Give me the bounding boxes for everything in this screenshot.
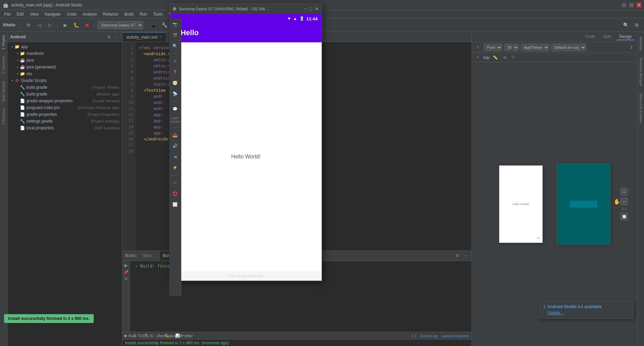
menu-code[interactable]: Code <box>64 11 79 17</box>
toolbar-forward-btn[interactable]: ▷ <box>45 20 55 30</box>
menu-file[interactable]: File <box>1 11 13 17</box>
toolbar-sdk-btn[interactable]: 🔧 <box>160 20 169 30</box>
design-guides-btn[interactable]: ⊕ <box>501 55 509 61</box>
right-tab-code[interactable]: Code <box>583 34 598 40</box>
tree-item-gradle-props[interactable]: 📄 gradle.properties (Project Properties) <box>7 111 122 118</box>
menu-tools[interactable]: Tools <box>151 11 165 17</box>
dev-tool-home[interactable]: ⭕ <box>170 189 180 198</box>
device-minimize-btn[interactable]: − <box>304 6 306 12</box>
dev-tool-square[interactable]: ⬜ <box>170 200 180 209</box>
far-right-tab-resource-manager[interactable]: Resource Manager <box>638 54 644 90</box>
theme-select[interactable]: AppTheme <box>521 44 549 51</box>
toolbar-settings-btn[interactable]: ⚙ <box>632 20 641 30</box>
dev-tool-rotate[interactable]: ⟳ <box>170 57 180 66</box>
design-info-btn[interactable]: ℹ <box>629 44 635 50</box>
tree-item-java[interactable]: ▾ ☕ java <box>7 57 122 64</box>
build-close-btn[interactable]: − <box>462 252 469 259</box>
zoom-fit-btn[interactable]: ⬜ <box>620 213 628 220</box>
tree-item-gradle-wrapper[interactable]: 📄 gradle-wrapper.properties (Gradle Vers… <box>7 98 122 104</box>
build-settings-btn[interactable]: ⚙ <box>454 252 461 259</box>
menu-run[interactable]: Run <box>137 11 150 17</box>
tree-item-gradle-scripts[interactable]: ▾ ⚙ Gradle Scripts <box>7 77 122 84</box>
tree-item-proguard[interactable]: 📄 proguard-rules.pro (ProGuard Rules for… <box>7 104 122 111</box>
dev-tool-screenshot[interactable]: 📷 <box>170 20 180 29</box>
far-left-tab-project[interactable]: 1: Project <box>1 32 6 53</box>
dev-tool-message[interactable]: 💬 <box>170 104 180 114</box>
event-log-btn[interactable]: Event Log <box>420 334 437 338</box>
build-tab-sync[interactable]: Sync ✕ <box>139 251 160 260</box>
menu-analyze[interactable]: Analyze <box>80 11 100 17</box>
right-tab-design[interactable]: Design <box>617 34 635 40</box>
right-tab-split[interactable]: Split <box>600 34 614 40</box>
dev-tool-cellular[interactable]: 📡 <box>170 89 180 99</box>
close-button[interactable]: ✕ <box>637 3 641 7</box>
menu-edit[interactable]: Edit <box>14 11 26 17</box>
device-selector[interactable]: Samsung Galaxy S7 <box>97 21 143 29</box>
tree-item-app[interactable]: ▾ 📁 app <box>7 43 122 50</box>
menu-view[interactable]: View <box>27 11 41 17</box>
bottom-todo-tab[interactable]: ☰TODO <box>136 332 145 339</box>
device-design-select[interactable]: Pixel <box>484 44 502 51</box>
tree-item-java-generated[interactable]: ▸ ☕ java (generated) <box>7 64 122 70</box>
dev-tool-nav-back[interactable]: ↩ <box>170 178 180 188</box>
locale-select[interactable]: Default (en-us) <box>551 44 586 51</box>
tree-item-build-gradle-project[interactable]: 🔧 build.gradle (Project: XHello) <box>7 84 122 91</box>
far-left-tab-build-variants[interactable]: Build Variants <box>1 78 6 105</box>
design-measure-btn[interactable]: 📏 <box>491 55 500 61</box>
menu-refactor[interactable]: Refactor <box>100 11 121 17</box>
layout-inspector-btn[interactable]: Layout Inspector <box>441 334 469 338</box>
device-maximize-btn[interactable]: □ <box>309 6 312 12</box>
tree-item-local-props[interactable]: 📄 local.properties (SDK Location) <box>7 125 122 131</box>
dev-tool-share[interactable]: 📤 <box>170 130 180 140</box>
menu-navigate[interactable]: Navigate <box>42 11 63 17</box>
far-right-tab-device-file-explorer[interactable]: Device File Explorer <box>638 90 644 127</box>
design-cursor-btn[interactable]: ↖ <box>475 44 482 50</box>
dev-tool-screen-record[interactable]: 🎬 <box>170 30 180 40</box>
device-hello-world: Hello World! <box>231 154 261 160</box>
toolbar-refresh-btn[interactable]: ⟳ <box>24 20 33 30</box>
toolbar-debug-btn[interactable]: 🐛 <box>71 20 81 30</box>
dev-tool-zoom[interactable]: 🔍 <box>170 41 180 51</box>
dev-tool-power[interactable]: ⚡ <box>170 163 180 172</box>
far-left-tab-favorites[interactable]: 2: Favorites <box>1 53 6 77</box>
toolbar-back-btn[interactable]: ◁ <box>34 20 44 30</box>
notification-title: Android Studio 4.1 available <box>547 304 602 309</box>
build-eye-btn[interactable]: 👁 <box>123 276 129 282</box>
panel-gear-btn[interactable]: ⚙ <box>106 34 112 40</box>
dev-tool-gps[interactable]: 📍 <box>170 67 180 77</box>
far-right-tab-attributes[interactable]: Attributes <box>638 33 644 54</box>
device-close-btn[interactable]: ✕ <box>315 6 319 12</box>
menu-build[interactable]: Build <box>122 11 136 17</box>
dev-tool-back[interactable]: ◀ <box>170 152 180 161</box>
design-cursor-tool[interactable]: ↖ <box>475 55 482 61</box>
build-pin-btn[interactable]: 📌 <box>123 269 129 275</box>
build-run-btn[interactable]: ▶ <box>123 262 129 268</box>
tree-item-settings-gradle[interactable]: 🔧 settings.gradle (Project Settings) <box>7 118 122 125</box>
tree-item-manifests[interactable]: ▾ 📁 manifests <box>7 50 122 57</box>
toolbar-run-btn[interactable]: ▶ <box>61 20 70 30</box>
dev-tool-open-gapps[interactable]: Open GApps <box>170 115 180 125</box>
api-level-select[interactable]: 30 <box>504 44 519 51</box>
design-second-toolbar: ↖ 0dp 📏 ⊕ T <box>472 53 637 62</box>
design-text-btn[interactable]: T <box>510 55 516 61</box>
build-tab-sync-close[interactable]: ✕ <box>153 254 156 257</box>
maximize-button[interactable]: □ <box>629 3 634 7</box>
design-toolbar: ↖ Pixel 30 AppTheme Default (en-us) ℹ <box>472 42 637 53</box>
toolbar-search-btn[interactable]: 🔍 <box>621 20 630 30</box>
dev-tool-volume[interactable]: 🔊 <box>170 141 180 151</box>
tree-item-res[interactable]: ▾ 📁 res <box>7 70 122 77</box>
toolbar-avd-btn[interactable]: 📱 <box>149 20 158 30</box>
dev-tool-orientation[interactable]: 🧭 <box>170 78 180 88</box>
far-left-tab-structure[interactable]: Z-Structure <box>1 105 6 128</box>
panel-collapse-btn[interactable]: − <box>113 34 119 40</box>
tree-item-build-gradle-app[interactable]: 🔧 build.gradle (Module: app) <box>7 91 122 98</box>
editor-tab-activity-main[interactable]: activity_main.xml ✕ <box>122 32 166 42</box>
toolbar-stop-btn[interactable]: ⏹ <box>82 20 92 30</box>
zoom-out-btn[interactable]: − <box>620 198 628 205</box>
bottom-profiler-tab[interactable]: 📊Profiler <box>179 332 189 339</box>
minimize-button[interactable]: − <box>622 3 626 7</box>
notification-update-link[interactable]: Update... <box>547 310 564 315</box>
tree-name-build-gradle-project: build.gradle <box>26 85 91 90</box>
tab-close-activity-main[interactable]: ✕ <box>159 35 162 39</box>
zoom-in-btn[interactable]: + <box>620 188 628 196</box>
